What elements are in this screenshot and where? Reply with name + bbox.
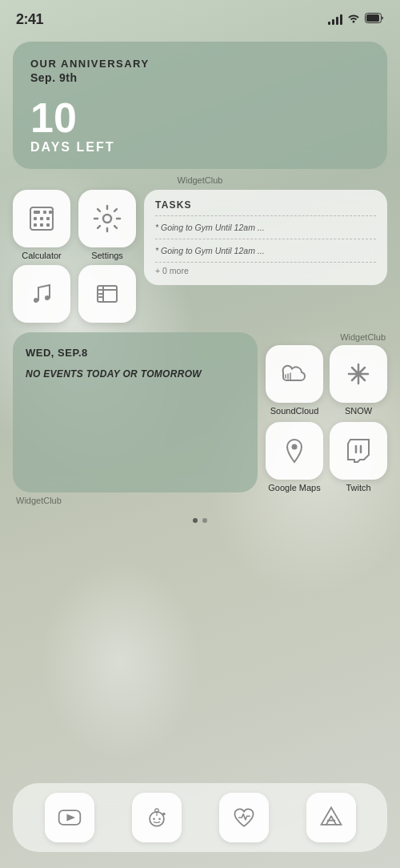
days-number: 10 (30, 97, 370, 139)
signal-icon (328, 14, 342, 25)
svg-rect-9 (34, 223, 37, 227)
soundcloud-icon-bg[interactable] (266, 345, 323, 403)
twitch-icon (344, 436, 373, 465)
music-icon-bg[interactable] (13, 265, 70, 323)
svg-rect-1 (366, 14, 379, 22)
calculator-icon (27, 204, 56, 233)
svg-point-22 (158, 818, 161, 820)
googlemaps-app[interactable]: Google Maps (266, 422, 323, 492)
page-dots (13, 518, 387, 523)
settings-icon (93, 204, 122, 233)
soundcloud-app[interactable]: SoundCloud (266, 345, 323, 416)
snow-icon (344, 360, 373, 388)
snow-label: SNOW (345, 406, 372, 416)
twitch-icon-bg[interactable] (330, 422, 387, 480)
svg-rect-6 (34, 217, 37, 220)
googlemaps-icon (280, 436, 309, 465)
settings-app[interactable]: Settings (78, 190, 136, 260)
status-icons (328, 12, 384, 26)
svg-point-21 (153, 818, 155, 820)
svg-point-14 (45, 295, 50, 300)
books-app[interactable] (78, 265, 136, 326)
main-content: Our anniversary Sep. 9th 10 Days Left Wi… (0, 35, 400, 529)
twitch-app[interactable]: Twitch (330, 422, 387, 492)
task-more: + 0 more (155, 266, 376, 275)
anniversary-date: Sep. 9th (30, 71, 370, 84)
calculator-app[interactable]: Calculator (13, 190, 70, 260)
music-app[interactable] (13, 265, 70, 326)
svg-point-17 (292, 444, 298, 450)
svg-rect-7 (40, 217, 43, 220)
days-label: Days Left (30, 140, 370, 155)
calculator-label: Calculator (22, 251, 62, 260)
googlemaps-icon-bg[interactable] (266, 422, 323, 480)
status-bar: 2:41 (0, 0, 400, 35)
right-app-grid: SoundCloud SNOW (266, 345, 387, 492)
tasks-widget[interactable]: Tasks * Going to Gym Until 12am ... * Go… (144, 190, 387, 285)
svg-rect-3 (34, 211, 40, 214)
task-divider-3 (155, 262, 376, 263)
calendar-day: Wed, Sep.8 (26, 347, 245, 359)
health-dock-app[interactable] (219, 793, 269, 842)
svg-rect-8 (46, 217, 50, 220)
appstore-icon (318, 805, 344, 830)
apps-tasks-row: Calculator Settings (13, 190, 387, 326)
svg-point-24 (162, 813, 166, 816)
svg-rect-10 (40, 223, 43, 227)
task-item-1: * Going to Gym Until 12am ... (155, 219, 376, 235)
svg-rect-11 (46, 223, 50, 227)
svg-rect-5 (49, 211, 52, 214)
widgetclub-label-3: WidgetClub (13, 496, 387, 505)
youtube-icon (57, 805, 82, 830)
wifi-icon (347, 12, 360, 26)
dot-2 (202, 518, 207, 523)
calendar-note: No events today or tomorrow (26, 367, 245, 381)
svg-point-13 (34, 298, 38, 303)
battery-icon (365, 12, 384, 26)
dock (13, 783, 387, 852)
youtube-dock-app[interactable] (45, 793, 94, 842)
books-icon (93, 279, 122, 308)
music-icon (27, 279, 56, 308)
svg-point-12 (103, 215, 111, 223)
anniversary-widget[interactable]: Our anniversary Sep. 9th 10 Days Left (13, 42, 387, 169)
soundcloud-icon (280, 360, 309, 388)
soundcloud-label: SoundCloud (270, 406, 319, 416)
svg-point-16 (357, 372, 361, 376)
calculator-icon-bg[interactable] (13, 190, 70, 247)
snow-icon-bg[interactable] (330, 345, 387, 403)
books-icon-bg[interactable] (78, 265, 136, 323)
calendar-widget[interactable]: Wed, Sep.8 No events today or tomorrow (13, 332, 258, 492)
settings-label: Settings (91, 251, 123, 260)
snow-app[interactable]: SNOW (330, 345, 387, 416)
settings-icon-bg[interactable] (78, 190, 136, 247)
anniversary-title: Our anniversary (30, 58, 370, 70)
reddit-dock-app[interactable] (132, 793, 182, 842)
tasks-title: Tasks (155, 199, 376, 211)
reddit-icon (144, 805, 170, 830)
twitch-label: Twitch (346, 483, 370, 492)
dot-1 (193, 518, 198, 523)
app-col-left: Calculator Settings (13, 190, 136, 326)
widgetclub-label-2: WidgetClub (266, 332, 387, 342)
appstore-dock-app[interactable] (306, 793, 356, 842)
task-item-2: * Going to Gym Until 12am ... (155, 243, 376, 259)
task-divider-2 (155, 239, 376, 239)
bg-blob-3 (40, 561, 200, 761)
widgetclub-label-1: WidgetClub (13, 175, 387, 185)
svg-rect-4 (43, 211, 46, 214)
status-time: 2:41 (16, 11, 43, 28)
middle-row: Wed, Sep.8 No events today or tomorrow W… (13, 332, 387, 492)
health-icon (231, 805, 257, 830)
task-divider-1 (155, 215, 376, 216)
right-apps-section: WidgetClub SoundCloud (266, 332, 387, 492)
googlemaps-label: Google Maps (268, 483, 320, 492)
svg-marker-19 (66, 814, 75, 822)
